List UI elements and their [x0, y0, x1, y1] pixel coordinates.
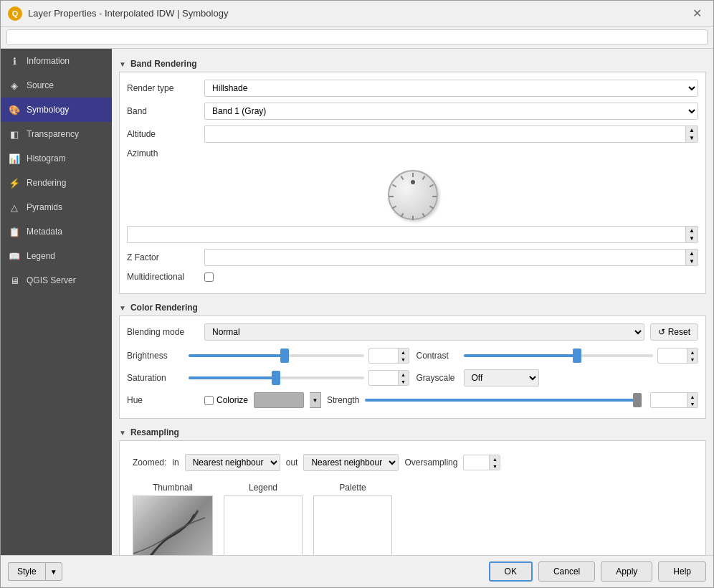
contrast-thumb[interactable]	[573, 348, 581, 363]
z-factor-row: Z Factor 1.00000000 ▲ ▼	[127, 249, 698, 266]
brightness-track[interactable]	[189, 354, 364, 357]
azimuth-up[interactable]: ▲	[686, 227, 698, 234]
saturation-input[interactable]: 0	[369, 371, 398, 384]
brightness-up[interactable]: ▲	[399, 348, 409, 356]
palette-image	[313, 495, 392, 555]
color-rendering-arrow: ▼	[119, 304, 126, 312]
saturation-row: Saturation 0 ▲ ▼	[127, 369, 409, 387]
sidebar-item-qgis-server[interactable]: 🖥 QGIS Server	[1, 268, 112, 293]
sidebar-item-source[interactable]: ◈ Source	[1, 73, 112, 98]
azimuth-label-row: Azimuth	[127, 148, 698, 158]
oversampling-spinners: ▲ ▼	[489, 455, 500, 470]
sidebar-item-information-label: Information	[27, 56, 70, 66]
app-icon: Q	[8, 6, 22, 21]
oversampling-up[interactable]: ▲	[490, 455, 500, 463]
strength-track[interactable]	[365, 399, 642, 402]
oversampling-down[interactable]: ▼	[490, 463, 500, 470]
reset-button[interactable]: ↺ Reset	[650, 323, 698, 341]
band-rendering-section: ▼ Band Rendering Render type Hillshade S…	[119, 56, 706, 294]
sidebar-item-histogram[interactable]: 📊 Histogram	[1, 146, 112, 171]
brightness-label: Brightness	[127, 351, 184, 361]
blending-select[interactable]: Normal Multiply Screen	[204, 323, 644, 341]
help-button[interactable]: Help	[658, 561, 706, 582]
zoomed-in-select[interactable]: Nearest neighbour Bilinear Cubic	[185, 454, 280, 471]
render-type-select[interactable]: Hillshade Singleband gray Multiband colo…	[204, 80, 698, 97]
contrast-fill	[464, 354, 578, 357]
contrast-down[interactable]: ▼	[687, 356, 698, 363]
band-select[interactable]: Band 1 (Gray)	[204, 103, 698, 120]
legend-preview: Legend	[224, 483, 303, 555]
brightness-contrast-row: Brightness 20 ▲ ▼	[127, 348, 698, 364]
contrast-track[interactable]	[464, 354, 654, 357]
oversampling-label: Oversampling	[404, 457, 457, 468]
brightness-thumb[interactable]	[280, 348, 289, 363]
brightness-input[interactable]: 20	[369, 349, 398, 362]
saturation-label: Saturation	[127, 373, 184, 383]
saturation-spinners: ▲ ▼	[398, 371, 409, 385]
oversampling-input[interactable]: 2.00	[464, 456, 489, 469]
altitude-down[interactable]: ▼	[686, 134, 698, 142]
contrast-up[interactable]: ▲	[687, 348, 698, 356]
search-input[interactable]	[6, 29, 708, 45]
saturation-thumb[interactable]	[272, 371, 280, 385]
brightness-down[interactable]: ▼	[399, 356, 409, 363]
main-window: Q Layer Properties - Interpolated IDW | …	[0, 0, 714, 588]
brightness-spinners: ▲ ▼	[398, 348, 409, 363]
strength-down[interactable]: ▼	[687, 400, 698, 407]
multidirectional-checkbox[interactable]	[204, 272, 214, 282]
strength-input[interactable]: 100%	[651, 394, 687, 407]
altitude-up[interactable]: ▲	[686, 126, 698, 134]
contrast-input[interactable]: 10	[658, 349, 687, 362]
saturation-track[interactable]	[189, 376, 364, 379]
sidebar-item-pyramids[interactable]: △ Pyramids	[1, 195, 112, 219]
style-dropdown[interactable]: ▼	[45, 562, 62, 581]
colorize-checkbox[interactable]	[204, 396, 214, 405]
transparency-icon: ◧	[8, 128, 21, 141]
azimuth-down[interactable]: ▼	[686, 234, 698, 242]
band-rendering-title: Band Rendering	[130, 59, 197, 69]
sidebar-item-symbology[interactable]: 🎨 Symbology	[1, 98, 112, 122]
svg-rect-0	[133, 496, 212, 555]
apply-button[interactable]: Apply	[601, 561, 652, 582]
grayscale-select[interactable]: Off By lightness By luminosity By averag…	[464, 369, 539, 387]
sidebar-item-symbology-label: Symbology	[27, 105, 69, 115]
render-type-label: Render type	[127, 83, 199, 93]
footer-left: Style ▼	[8, 562, 62, 581]
azimuth-input[interactable]: 315.00°	[127, 226, 685, 243]
footer: Style ▼ OK Cancel Apply Help	[1, 555, 713, 587]
ok-button[interactable]: OK	[489, 561, 533, 582]
multidirectional-row: Multidirectional	[127, 272, 698, 282]
color-rendering-header[interactable]: ▼ Color Rendering	[119, 300, 706, 316]
saturation-grayscale-row: Saturation 0 ▲ ▼	[127, 369, 698, 387]
close-button[interactable]: ✕	[688, 5, 706, 22]
z-factor-up[interactable]: ▲	[686, 250, 698, 257]
colorize-checkbox-label: Colorize	[204, 395, 248, 405]
sidebar-item-pyramids-label: Pyramids	[27, 202, 62, 212]
zoomed-out-select[interactable]: Nearest neighbour Bilinear Cubic	[303, 454, 399, 471]
sidebar-item-metadata[interactable]: 📋 Metadata	[1, 219, 112, 244]
color-dropdown[interactable]: ▼	[310, 392, 321, 408]
saturation-up[interactable]: ▲	[399, 371, 409, 378]
band-rendering-header[interactable]: ▼ Band Rendering	[119, 56, 706, 72]
style-button[interactable]: Style	[8, 562, 45, 581]
z-factor-down[interactable]: ▼	[686, 257, 698, 265]
strength-thumb[interactable]	[633, 393, 642, 407]
oversampling-value: 2.00 ▲ ▼	[463, 455, 500, 470]
sidebar-item-legend-label: Legend	[27, 251, 55, 261]
saturation-down[interactable]: ▼	[399, 378, 409, 385]
strength-up[interactable]: ▲	[687, 393, 698, 400]
grayscale-row: Grayscale Off By lightness By luminosity…	[416, 369, 699, 387]
color-box[interactable]	[254, 392, 304, 408]
sidebar-item-rendering[interactable]: ⚡ Rendering	[1, 171, 112, 195]
z-factor-input[interactable]: 1.00000000	[204, 249, 685, 266]
strength-spinners: ▲ ▼	[687, 393, 698, 407]
azimuth-knob[interactable]	[388, 170, 438, 220]
cancel-button[interactable]: Cancel	[538, 561, 595, 582]
sidebar-item-information[interactable]: ℹ Information	[1, 49, 112, 73]
strength-fill	[365, 399, 642, 402]
sidebar-item-transparency[interactable]: ◧ Transparency	[1, 122, 112, 146]
resampling-header[interactable]: ▼ Resampling	[119, 425, 706, 440]
altitude-input[interactable]: 45.00°	[204, 125, 685, 143]
sidebar-item-legend[interactable]: 📖 Legend	[1, 244, 112, 268]
sidebar-item-source-label: Source	[27, 80, 54, 90]
